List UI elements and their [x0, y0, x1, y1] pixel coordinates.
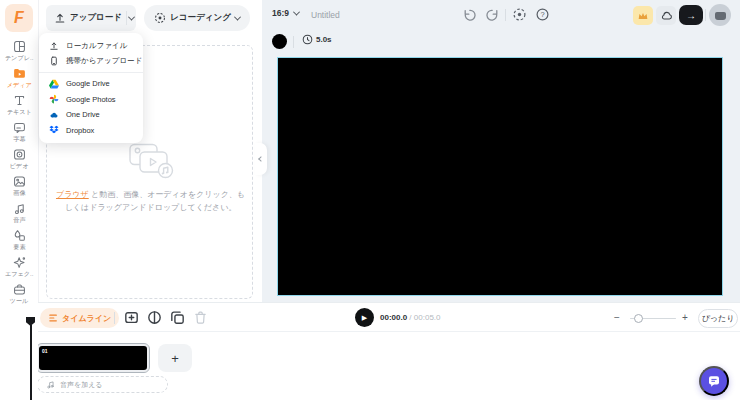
project-title[interactable]: Untitled	[311, 10, 340, 20]
duration-value: 5.0s	[316, 35, 332, 44]
timeline-icon	[48, 313, 58, 323]
video-canvas[interactable]	[277, 57, 723, 296]
playback-toolbar: タイムライン ▶ 00:00.0 / 00:05.0 − + ぴったり	[0, 302, 740, 332]
background-color-swatch[interactable]	[272, 34, 287, 49]
timeline-zoom-slider[interactable]	[630, 312, 676, 324]
record-icon	[154, 12, 166, 24]
cloud-save-button[interactable]	[656, 6, 676, 25]
current-time: 00:00.0	[380, 313, 407, 322]
recording-button[interactable]: レコーディング	[144, 5, 250, 31]
help-button[interactable]: ?	[535, 7, 550, 22]
duplicate-button[interactable]	[170, 310, 186, 326]
app-logo-letter: F	[14, 9, 24, 27]
sidebar-item-video[interactable]: ビデオ	[0, 146, 38, 173]
chevron-down-icon	[234, 13, 241, 20]
subtitle-icon	[13, 121, 26, 134]
play-button[interactable]: ▶	[355, 308, 374, 327]
template-icon	[13, 40, 26, 53]
aspect-ratio-value: 16:9	[272, 8, 289, 18]
upgrade-button[interactable]	[633, 6, 653, 25]
sidebar-item-label: 音声	[13, 216, 25, 225]
timeline-mode-label: タイムライン	[62, 313, 111, 324]
chat-bubble-icon	[707, 374, 721, 388]
video-clip-thumbnail[interactable]: 01	[37, 344, 149, 372]
sidebar-item-effects[interactable]: エフェク..	[0, 254, 38, 281]
music-note-icon	[13, 202, 26, 215]
upload-button-label: アップロード	[70, 12, 122, 24]
arrow-right-icon: →	[686, 10, 696, 21]
sidebar-item-label: エフェク..	[5, 270, 34, 279]
sidebar-item-text[interactable]: テキスト	[0, 92, 38, 119]
add-audio-label: 音声を加える	[60, 380, 103, 390]
media-empty-state: ブラウザ と動画、画像、オーディオをクリック、もしくはドラッグアンドドロップして…	[39, 142, 262, 214]
cloud-icon	[660, 10, 673, 21]
timeline-mode-button[interactable]: タイムライン	[40, 308, 119, 328]
preview-focus-button[interactable]	[512, 7, 527, 22]
sidebar-item-label: ツール	[10, 297, 29, 306]
sidebar-item-label: テキスト	[6, 108, 31, 117]
split-button[interactable]	[147, 310, 163, 326]
fit-button[interactable]: ぴったり	[698, 309, 738, 328]
add-scene-button[interactable]	[124, 310, 140, 326]
sidebar-nav: テンプレ.. メディア テキスト 字幕 ビデオ 画像 音声 要素	[0, 38, 38, 308]
menu-item-label: ローカルファイル	[66, 41, 127, 51]
menu-item-onedrive[interactable]: One Drive	[39, 107, 143, 123]
undo-button[interactable]	[462, 7, 477, 22]
audio-note-icon	[46, 380, 55, 389]
support-chat-button[interactable]	[699, 366, 729, 396]
clip-number: 01	[42, 348, 48, 354]
timeline-tracks: 01 + 音声を加える	[0, 332, 740, 400]
phone-icon	[49, 56, 59, 66]
menu-item-label: 携帯からアップロード	[66, 56, 142, 66]
text-icon	[13, 94, 26, 107]
sidebar-item-label: 要素	[13, 243, 25, 252]
stage-area: 16:9 Untitled ? → 5.0s	[262, 0, 740, 302]
aspect-ratio-select[interactable]: 16:9	[272, 8, 299, 18]
header-separator	[505, 9, 506, 21]
sidebar-item-images[interactable]: 画像	[0, 173, 38, 200]
media-files-illustration-icon	[39, 142, 262, 180]
upload-button[interactable]: アップロード	[46, 5, 136, 31]
menu-item-google-drive[interactable]: Google Drive	[39, 76, 143, 92]
total-time: 00:05.0	[414, 313, 441, 322]
menu-item-google-photos[interactable]: Google Photos	[39, 92, 143, 108]
chevron-down-icon	[128, 13, 135, 20]
sparkle-icon	[13, 256, 26, 269]
crown-icon	[637, 11, 649, 21]
user-avatar[interactable]	[709, 4, 731, 26]
time-display: 00:00.0 / 00:05.0	[380, 313, 441, 322]
add-clip-button[interactable]: +	[158, 344, 192, 372]
export-button[interactable]: →	[679, 5, 703, 25]
add-audio-track[interactable]: 音声を加える	[37, 376, 168, 393]
dropbox-icon	[49, 125, 59, 135]
google-photos-icon	[49, 94, 59, 104]
menu-item-dropbox[interactable]: Dropbox	[39, 123, 143, 139]
upload-icon	[49, 41, 59, 51]
zoom-in-button[interactable]: +	[682, 311, 688, 325]
menu-item-phone-upload[interactable]: 携帯からアップロード	[39, 54, 143, 70]
upload-caret-button[interactable]	[126, 16, 136, 21]
redo-button[interactable]	[485, 7, 500, 22]
app-logo[interactable]: F	[5, 4, 33, 32]
panel-collapse-handle[interactable]	[255, 143, 267, 175]
icon-rail: F テンプレ.. メディア テキスト 字幕 ビデオ 画像 音声	[0, 0, 38, 400]
google-drive-icon	[49, 79, 59, 89]
menu-item-local-file[interactable]: ローカルファイル	[39, 38, 143, 54]
browse-link[interactable]: ブラウザ	[56, 190, 89, 199]
sidebar-item-media[interactable]: メディア	[0, 65, 38, 92]
play-icon: ▶	[362, 314, 367, 322]
chevron-down-icon	[293, 8, 300, 15]
sidebar-item-templates[interactable]: テンプレ..	[0, 38, 38, 65]
zoom-out-button[interactable]: −	[614, 311, 620, 325]
slider-knob[interactable]	[634, 314, 643, 323]
menu-separator	[39, 72, 143, 73]
sidebar-item-audio[interactable]: 音声	[0, 200, 38, 227]
sidebar-item-subtitles[interactable]: 字幕	[0, 119, 38, 146]
plus-icon: +	[171, 351, 179, 366]
delete-button[interactable]	[193, 310, 209, 326]
sidebar-item-elements[interactable]: 要素	[0, 227, 38, 254]
sidebar-item-label: ビデオ	[10, 162, 29, 171]
duration-control[interactable]: 5.0s	[302, 34, 332, 45]
playhead-line	[30, 325, 32, 400]
sidebar-item-tools[interactable]: ツール	[0, 281, 38, 308]
